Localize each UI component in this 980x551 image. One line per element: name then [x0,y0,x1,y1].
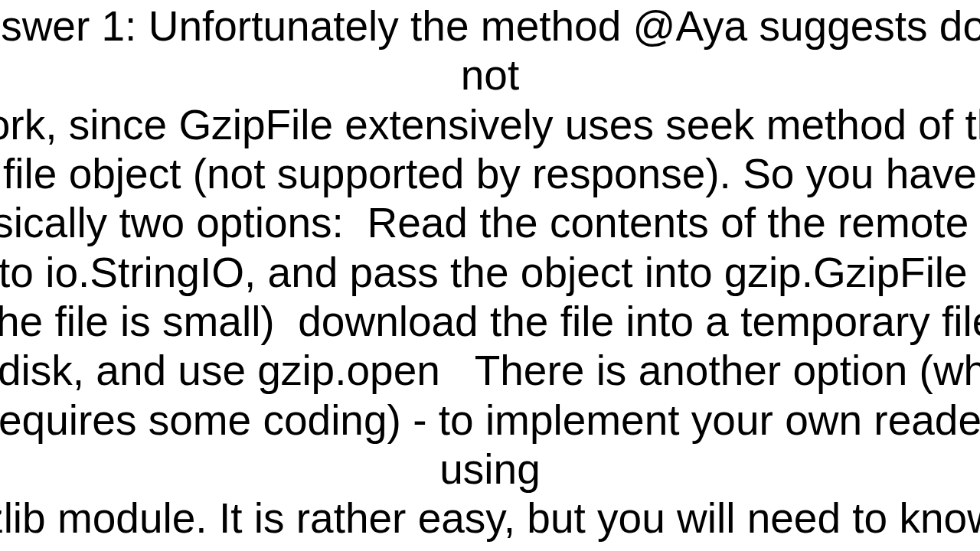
answer-line-5: into io.StringIO, and pass the object in… [0,249,980,296]
document-viewport: Answer 1: Unfortunately the method @Aya … [0,0,980,551]
answer-line-3: file object (not supported by response).… [3,150,977,197]
answer-line-2: work, since GzipFile extensively uses se… [0,101,980,148]
answer-line-4: basically two options: Read the contents… [0,199,980,246]
answer-line-9: zlib module. It is rather easy, but you … [0,494,980,542]
answer-line-6: the file is small) download the file int… [0,298,980,345]
answer-text: Answer 1: Unfortunately the method @Aya … [0,2,980,551]
answer-line-10: about a magic constant (How can I decomp… [0,544,980,551]
answer-line-7: on disk, and use gzip.open There is anot… [0,347,980,394]
answer-line-8: requires some coding) - to implement you… [0,396,980,493]
answer-line-1: Answer 1: Unfortunately the method @Aya … [0,2,980,99]
